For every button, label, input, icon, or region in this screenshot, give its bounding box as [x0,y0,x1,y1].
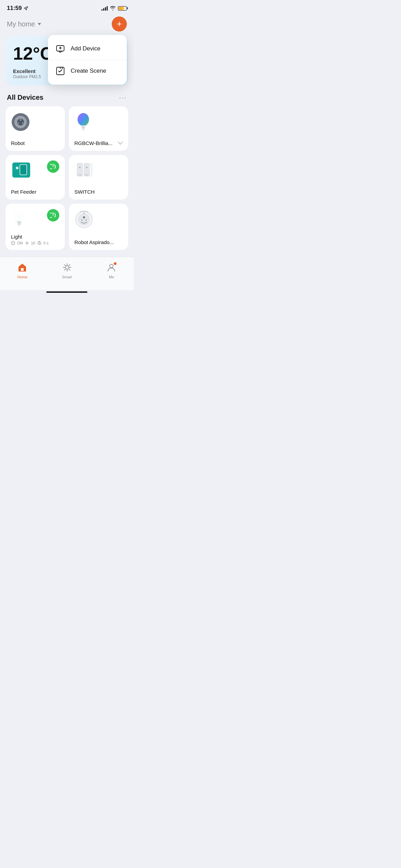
svg-line-52 [69,265,70,266]
device-card-robot[interactable]: Robot [5,106,65,151]
svg-rect-12 [82,129,85,130]
svg-rect-44 [21,268,24,271]
add-device-icon [55,43,66,54]
svg-rect-27 [17,221,21,222]
pm25-label: Outdoor PM2.5 [13,74,41,79]
device-card-light[interactable]: Light ON 10 0 s [5,204,65,250]
svg-rect-10 [81,125,85,127]
robot-device-name: Robot [11,140,59,146]
light-power-button[interactable] [47,209,59,221]
svg-point-26 [14,210,24,222]
device-card-pet-feeder[interactable]: Pet Feeder [5,155,65,200]
status-icons: ⚡ [101,6,127,11]
device-grid: Robot RGBCW-Brillia... [0,106,134,250]
svg-rect-11 [81,127,85,128]
location-icon [24,6,28,11]
svg-point-54 [110,264,113,268]
color-bulb-icon [74,112,92,132]
svg-point-42 [85,219,87,221]
switch-icon-area [74,161,123,180]
nav-home[interactable]: Home [11,261,34,280]
devices-more-button[interactable]: ··· [119,94,127,101]
home-selector[interactable]: My home [7,20,41,28]
smart-nav-icon [62,263,72,274]
home-nav-label: Home [17,275,27,279]
svg-point-16 [16,167,19,169]
me-nav-label: Me [109,275,114,279]
robot-icon-area [11,112,59,133]
svg-point-32 [26,242,28,244]
power-status-icon [11,241,15,245]
svg-line-53 [64,269,65,270]
add-icon: + [117,19,122,28]
add-device-label: Add Device [71,45,100,52]
device-card-rgbcw[interactable]: RGBCW-Brillia... [69,106,128,151]
home-nav-icon [17,263,27,274]
add-button[interactable]: + [112,16,127,32]
svg-rect-28 [17,223,21,224]
light-status: ON 10 0 s [11,241,59,245]
bulb-icon [11,210,27,229]
devices-section-header: All Devices ··· [0,92,134,106]
weather-stat-pm25: Excellent Outdoor PM2.5 [13,68,41,79]
timer-icon [37,241,41,245]
switch-icon [74,161,95,179]
dropdown-menu: Add Device Create Scene [48,35,127,85]
home-indicator [46,291,87,293]
switch-device-name: SWITCH [74,189,123,195]
light-device-name: Light [11,234,59,240]
status-bar: 11:59 ⚡ [0,0,134,14]
device-card-robot-aspirado[interactable]: Robot Aspirado... [69,204,128,250]
svg-rect-20 [91,163,92,176]
svg-rect-17 [20,165,27,175]
nav-smart[interactable]: Smart [55,261,79,280]
create-scene-label: Create Scene [71,68,106,74]
wifi-icon [110,6,116,11]
rgbcw-expand-icon[interactable] [118,141,123,146]
header: My home + Add Device [0,14,134,36]
nav-me[interactable]: Me [100,261,123,280]
pet-feeder-icon [11,161,32,179]
svg-rect-21 [78,174,82,176]
svg-point-23 [79,167,81,168]
devices-section-title: All Devices [7,94,44,101]
robot-vacuum-icon [11,112,30,132]
svg-point-40 [83,216,85,218]
svg-rect-22 [85,174,89,176]
svg-marker-0 [24,7,28,10]
pm25-value: Excellent [13,68,41,74]
me-badge [113,262,117,265]
rgbcw-device-name: RGBCW-Brillia... [74,140,123,146]
svg-point-41 [81,219,83,221]
device-card-switch[interactable]: SWITCH [69,155,128,200]
status-time: 11:59 [7,5,22,12]
svg-rect-29 [17,224,21,225]
svg-point-45 [65,266,69,269]
me-nav-icon-container [107,263,116,274]
svg-point-9 [77,113,89,126]
light-timer-status: 0 s [44,241,49,245]
create-scene-icon [55,65,66,76]
svg-point-8 [22,122,23,124]
svg-point-43 [83,213,85,214]
bottom-nav: Home Smart Me [0,257,134,290]
smart-nav-label: Smart [62,275,72,279]
svg-point-24 [86,167,87,168]
signal-bars [101,6,108,11]
create-scene-item[interactable]: Create Scene [48,60,127,82]
rgbcw-icon-area [74,112,123,133]
light-brightness-status: 10 [31,241,35,245]
svg-point-7 [18,122,19,124]
battery-icon: ⚡ [118,6,127,11]
robot-aspirado-icon-area [74,210,123,230]
add-device-item[interactable]: Add Device [48,38,127,60]
robot-aspirado-device-name: Robot Aspirado... [74,239,123,245]
robot-vacuum-2-icon [74,210,94,229]
light-on-status: ON [17,241,23,245]
svg-line-51 [69,269,70,270]
pet-feeder-power-button[interactable] [47,160,59,173]
chevron-down-icon [38,23,41,25]
svg-line-50 [64,265,65,266]
brightness-icon [25,241,29,245]
svg-point-6 [20,119,22,121]
